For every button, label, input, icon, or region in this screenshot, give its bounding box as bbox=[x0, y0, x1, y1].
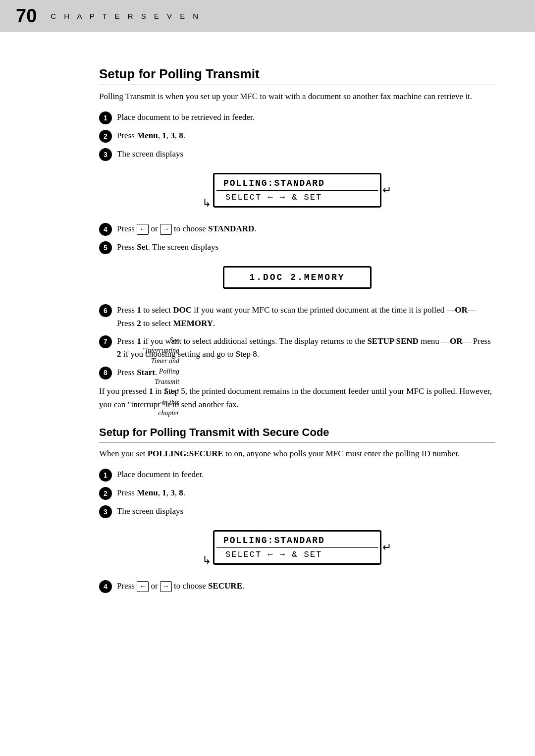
s2-step-2-bullet: 2 bbox=[99, 487, 112, 500]
side-note-line6: Jobs" bbox=[163, 388, 179, 396]
section1-title: Setup for Polling Transmit bbox=[99, 66, 495, 85]
lcd-display-wrapper-1: ↳ ↵ POLLING:STANDARD SELECT ← → & SET bbox=[99, 166, 495, 215]
page-content: Setup for Polling Transmit Polling Trans… bbox=[0, 32, 535, 618]
s2-step-3-content: The screen displays bbox=[117, 505, 495, 518]
s2-step-2-content: Press Menu, 1, 3, 8. bbox=[117, 486, 495, 499]
step-4-content: Press ← or → to choose STANDARD. bbox=[117, 222, 495, 235]
s2-step-2-bold4: 8 bbox=[179, 488, 183, 497]
lcd-left-curve: ↳ bbox=[202, 197, 211, 210]
s2-bold-polling: POLLING:SECURE bbox=[148, 449, 223, 458]
s2-step-4-content: Press ← or → to choose SECURE. bbox=[117, 580, 495, 593]
step-6: 6 Press 1 to select DOC if you want your… bbox=[99, 304, 495, 330]
s2-right-arrow-icon: → bbox=[160, 581, 172, 592]
side-note-line2: "Interrupting bbox=[143, 347, 179, 354]
step-3-bullet: 3 bbox=[99, 148, 112, 161]
step-4-bold: STANDARD bbox=[208, 224, 254, 233]
step-6-bold1: 1 bbox=[137, 305, 141, 315]
step-7-setup: SETUP SEND bbox=[367, 336, 418, 346]
chapter-title: C H A P T E R S E V E N bbox=[51, 12, 201, 20]
step-5-bullet: 5 bbox=[99, 241, 112, 254]
side-note-line4: Polling bbox=[159, 368, 179, 375]
lcd-bottom-row-1: SELECT ← → & SET bbox=[216, 190, 378, 206]
step-7-group: See "Interrupting Timer and Polling Tran… bbox=[99, 335, 495, 379]
side-note: See "Interrupting Timer and Polling Tran… bbox=[115, 335, 179, 418]
s2-lcd-left-curve: ↳ bbox=[202, 554, 211, 567]
lcd-outer-wrapper-1: ↳ ↵ POLLING:STANDARD SELECT ← → & SET bbox=[213, 166, 381, 215]
s2-lcd-top-row: POLLING:STANDARD bbox=[214, 532, 380, 547]
s2-step-4-bullet: 4 bbox=[99, 580, 112, 593]
s2-step-1-content: Place document in feeder. bbox=[117, 468, 495, 481]
step-6-bold2: 2 bbox=[137, 319, 141, 328]
page-header: 70 C H A P T E R S E V E N bbox=[0, 0, 535, 32]
side-note-line3: Timer and bbox=[151, 357, 179, 365]
side-note-line5: Transmit bbox=[155, 378, 179, 385]
step-1-content: Place document to be retrieved in feeder… bbox=[117, 111, 495, 124]
s2-step-1-bullet: 1 bbox=[99, 469, 112, 482]
side-note-line8: chapter bbox=[158, 409, 179, 417]
step-2-content: Press Menu, 1, 3, 8. bbox=[117, 129, 495, 142]
s2-lcd-right-arrow: ↵ bbox=[382, 541, 391, 554]
step-7-bullet: 7 bbox=[99, 335, 112, 348]
section2-title: Setup for Polling Transmit with Secure C… bbox=[99, 426, 495, 442]
s2-lcd-display-wrapper: ↳ ↵ POLLING:STANDARD SELECT ← → & SET bbox=[99, 523, 495, 572]
s2-step-2-bold2: 1 bbox=[162, 488, 166, 497]
lcd-right-arrow: ↵ bbox=[382, 184, 391, 197]
step-3-content: The screen displays bbox=[117, 148, 495, 161]
s2-lcd-bottom-row: SELECT ← → & SET bbox=[216, 547, 378, 563]
s2-step-4-bold: SECURE bbox=[208, 581, 242, 591]
lcd-display-1: POLLING:STANDARD SELECT ← → & SET bbox=[213, 173, 381, 208]
step-5-bold: Set bbox=[137, 242, 148, 252]
step-4-bullet: 4 bbox=[99, 223, 112, 236]
step-2-bold2: 1 bbox=[162, 131, 166, 140]
s2-step-3-bullet: 3 bbox=[99, 505, 112, 518]
step-1-text: Place document to be retrieved in feeder… bbox=[117, 112, 255, 122]
step-6-doc: DOC bbox=[173, 305, 192, 315]
s2-lcd-display: POLLING:STANDARD SELECT ← → & SET bbox=[213, 530, 381, 565]
side-note-line1: See bbox=[170, 336, 179, 344]
s2-lcd-outer-wrapper: ↳ ↵ POLLING:STANDARD SELECT ← → & SET bbox=[213, 523, 381, 572]
s2-step-4: 4 Press ← or → to choose SECURE. bbox=[99, 580, 495, 593]
left-arrow-icon-1: ← bbox=[137, 224, 149, 235]
step-5-content: Press Set. The screen displays bbox=[117, 241, 495, 254]
side-note-line7: in this bbox=[162, 399, 179, 406]
step-7-or: OR bbox=[450, 336, 463, 346]
s2-step-2-bold3: 3 bbox=[170, 488, 175, 497]
section2-intro: When you set POLLING:SECURE to on, anyon… bbox=[99, 447, 495, 460]
lcd-display-2: 1.DOC 2.MEMORY bbox=[223, 266, 372, 289]
step-6-memory: MEMORY bbox=[173, 319, 213, 328]
step-2-bold4: 8 bbox=[179, 131, 183, 140]
s2-step-2: 2 Press Menu, 1, 3, 8. bbox=[99, 486, 495, 500]
step-1-bullet: 1 bbox=[99, 111, 112, 124]
step-6-content: Press 1 to select DOC if you want your M… bbox=[117, 304, 495, 330]
lcd-top-row-1: POLLING:STANDARD bbox=[214, 174, 380, 190]
step-1: 1 Place document to be retrieved in feed… bbox=[99, 111, 495, 124]
chapter-number: 70 bbox=[16, 5, 37, 27]
step-2-bullet: 2 bbox=[99, 130, 112, 143]
step-3-text: The screen displays bbox=[117, 149, 183, 159]
step-3: 3 The screen displays bbox=[99, 148, 495, 161]
s2-step-3: 3 The screen displays bbox=[99, 505, 495, 518]
step-2-bold: Menu bbox=[137, 131, 158, 140]
s2-step-1: 1 Place document in feeder. bbox=[99, 468, 495, 482]
step-8-bullet: 8 bbox=[99, 367, 112, 379]
step-4: 4 Press ← or → to choose STANDARD. bbox=[99, 222, 495, 236]
right-arrow-icon-1: → bbox=[160, 224, 172, 235]
step-2-bold3: 3 bbox=[170, 131, 175, 140]
step-5: 5 Press Set. The screen displays bbox=[99, 241, 495, 254]
s2-step-2-bold1: Menu bbox=[137, 488, 158, 497]
lcd-display-wrapper-2: 1.DOC 2.MEMORY bbox=[99, 259, 495, 296]
section1-intro: Polling Transmit is when you set up your… bbox=[99, 90, 495, 103]
step-6-bullet: 6 bbox=[99, 304, 112, 317]
step-2: 2 Press Menu, 1, 3, 8. bbox=[99, 129, 495, 143]
s2-left-arrow-icon: ← bbox=[137, 581, 149, 592]
step-6-or: OR bbox=[455, 305, 468, 315]
